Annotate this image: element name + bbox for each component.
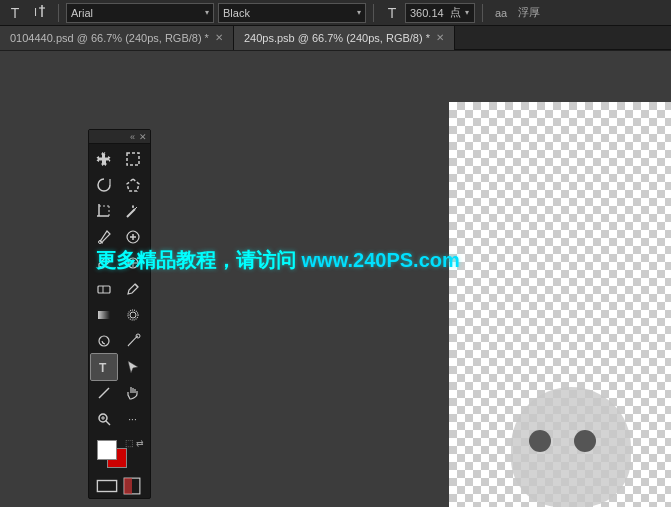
tool-grid: T ··· <box>89 144 150 434</box>
type-tool-button[interactable]: T <box>4 2 26 24</box>
font-size-dropdown[interactable]: 360.14 点 ▾ <box>405 3 475 23</box>
line-tool[interactable] <box>91 380 117 406</box>
font-size-icon: T <box>381 2 403 24</box>
svg-line-12 <box>135 207 137 209</box>
watermark-url: www.240PS.com <box>302 249 460 271</box>
svg-line-10 <box>127 209 135 217</box>
svg-rect-3 <box>127 153 139 165</box>
screen-mode-button[interactable] <box>96 477 118 495</box>
tools-panel: « ✕ <box>88 129 151 499</box>
tab-2-close[interactable]: ✕ <box>436 32 444 43</box>
more-tools[interactable]: ··· <box>120 406 146 432</box>
font-size-value: 360.14 <box>410 7 444 19</box>
foreground-color[interactable] <box>97 440 117 460</box>
font-color-value: Black <box>223 7 250 19</box>
reset-colors-button[interactable]: ⬚ <box>125 438 134 448</box>
poly-lasso-tool[interactable] <box>120 172 146 198</box>
svg-point-14 <box>99 241 102 244</box>
watermark-text: 更多精品教程，请访问 www.240PS.com <box>96 247 460 274</box>
marquee-tool[interactable] <box>120 146 146 172</box>
svg-point-25 <box>130 312 136 318</box>
direct-select-tool[interactable] <box>120 354 146 380</box>
tab-1[interactable]: 0104440.psd @ 66.7% (240ps, RGB/8) * ✕ <box>0 26 234 50</box>
font-color-dropdown[interactable]: Black ▾ <box>218 3 366 23</box>
font-color-chevron: ▾ <box>357 8 361 17</box>
move-tool[interactable] <box>91 146 117 172</box>
separator-2 <box>373 4 374 22</box>
crop-tool[interactable] <box>91 198 117 224</box>
svg-rect-33 <box>98 481 117 492</box>
tab-1-close[interactable]: ✕ <box>215 32 223 43</box>
magic-wand-tool[interactable] <box>120 198 146 224</box>
svg-rect-21 <box>98 286 110 293</box>
svg-marker-5 <box>127 179 139 191</box>
tab-bar: 0104440.psd @ 66.7% (240ps, RGB/8) * ✕ 2… <box>0 26 671 50</box>
svg-line-28 <box>99 388 109 398</box>
smudge-tool[interactable] <box>120 328 146 354</box>
canvas-area: 更多精品教程，请访问 www.240PS.com « ✕ <box>0 51 671 507</box>
lasso-tool[interactable] <box>91 172 117 198</box>
font-size-unit: 点 <box>450 5 461 20</box>
font-size-group: T 360.14 点 ▾ <box>381 2 475 24</box>
color-section: ⬚ ⇄ <box>89 434 150 474</box>
tab-1-label: 0104440.psd @ 66.7% (240ps, RGB/8) * <box>10 32 209 44</box>
panel-close-button[interactable]: ✕ <box>139 132 147 142</box>
quick-mask-section <box>89 474 150 498</box>
skull-shape <box>511 387 631 507</box>
svg-point-13 <box>132 206 134 208</box>
separator-3 <box>482 4 483 22</box>
aa-label: aa <box>495 7 507 19</box>
svg-rect-35 <box>124 478 132 494</box>
separator-1 <box>58 4 59 22</box>
anti-alias-button[interactable]: aa <box>490 2 512 24</box>
gradient-tool[interactable] <box>91 302 117 328</box>
tab-2[interactable]: 240ps.psb @ 66.7% (240ps, RGB/8) * ✕ <box>234 26 455 50</box>
swap-colors-button[interactable]: ⇄ <box>136 438 144 448</box>
watermark-cn: 更多精品教程，请访问 <box>96 249 302 271</box>
zoom-tool[interactable] <box>91 406 117 432</box>
hand-tool[interactable] <box>120 380 146 406</box>
skull-eye-left <box>529 430 551 452</box>
svg-rect-23 <box>98 311 110 319</box>
font-name-dropdown[interactable]: Arial ▾ <box>66 3 214 23</box>
eraser-tool[interactable] <box>91 276 117 302</box>
font-name-chevron: ▾ <box>205 8 209 17</box>
svg-line-30 <box>106 421 110 425</box>
type-icon: T <box>11 5 20 21</box>
svg-text:T: T <box>99 361 107 375</box>
svg-text:I: I <box>34 6 37 18</box>
blur-tool[interactable] <box>120 302 146 328</box>
type-tool-group: T I <box>4 2 51 24</box>
smooth-label: 浮厚 <box>516 5 542 20</box>
panel-collapse-button[interactable]: « <box>130 132 135 142</box>
dodge-tool[interactable] <box>91 328 117 354</box>
type-orient-icon: I <box>32 3 48 22</box>
main-toolbar: T I Arial ▾ Black ▾ T 360.14 点 ▾ <box>0 0 671 26</box>
tab-2-label: 240ps.psb @ 66.7% (240ps, RGB/8) * <box>244 32 430 44</box>
text-tool[interactable]: T <box>91 354 117 380</box>
quick-mask-button[interactable] <box>121 477 143 495</box>
type-orient-button[interactable]: I <box>29 2 51 24</box>
canvas-preview <box>449 102 671 507</box>
font-size-chevron: ▾ <box>465 8 469 17</box>
skull-eye-right <box>574 430 596 452</box>
font-name-value: Arial <box>71 7 93 19</box>
pen-tool[interactable] <box>120 276 146 302</box>
panel-header: « ✕ <box>89 130 150 144</box>
